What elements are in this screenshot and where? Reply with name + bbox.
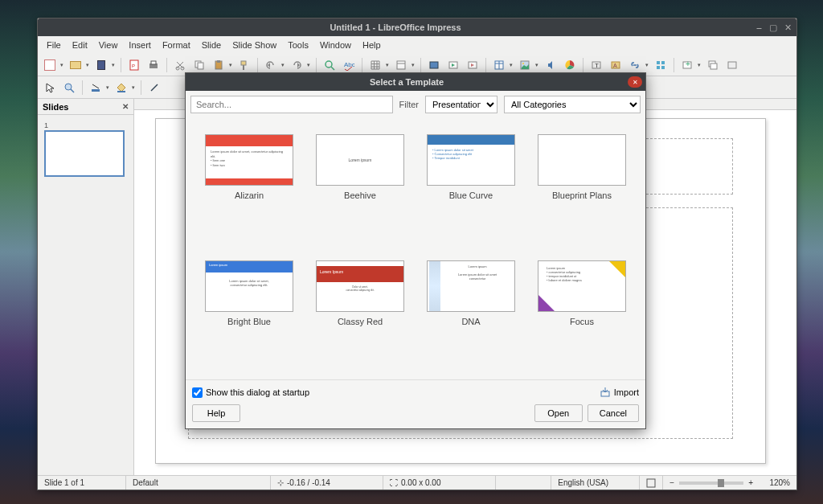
slides-panel-close-icon[interactable]: ✕ [122,102,129,111]
line-color-button[interactable] [87,79,104,96]
template-dna[interactable]: Lorem ipsumLorem ipsum dolor sit ametcon… [417,260,525,364]
spellcheck-button[interactable]: Abc [340,56,358,74]
delete-slide-button[interactable] [723,56,741,74]
duplicate-slide-button[interactable] [704,56,722,74]
help-button[interactable]: Help [192,404,240,422]
template-name: Blue Curve [449,191,493,200]
template-blueprint-plans[interactable]: Lorem IpsumDolor sit amet consectetur ad… [528,134,636,238]
insert-table-button[interactable] [490,56,508,74]
template-name: Bright Blue [227,317,271,326]
insert-textbox-button[interactable]: T [588,56,605,74]
display-views-button[interactable] [392,56,410,74]
template-preview: • Lorem ipsum dolor sit amet• Consectetu… [427,134,515,186]
close-button[interactable]: ✕ [782,22,793,33]
template-name: Blueprint Plans [552,191,612,200]
find-button[interactable] [321,56,338,74]
insert-chart-button[interactable] [561,56,579,74]
cancel-button[interactable]: Cancel [588,404,639,422]
zoom-out-icon[interactable]: − [669,478,674,487]
zoom-tool[interactable] [60,79,78,96]
template-blue-curve[interactable]: • Lorem ipsum dolor sit amet• Consectetu… [417,134,525,238]
filter-select[interactable]: Presentations [425,96,497,113]
menubar: File Edit View Insert Format Slide Slide… [38,36,796,54]
menu-view[interactable]: View [93,38,124,52]
show-at-startup-checkbox[interactable]: Show this dialog at startup [192,387,309,398]
undo-button[interactable] [262,56,280,74]
dialog-filter-bar: Filter Presentations All Categories [186,91,645,118]
svg-text:Abc: Abc [344,61,354,68]
new-slide-button[interactable]: + [678,56,696,74]
template-preview: Lorem ipsum dolor sit amet, consectetur … [205,134,293,186]
redo-button[interactable] [288,56,305,74]
status-lang[interactable]: English (USA) [551,476,640,490]
zoom-in-icon[interactable]: + [748,478,753,487]
template-preview: Lorem ipsum• consectetur adipiscing• tem… [538,260,626,312]
template-classy-red[interactable]: Lorem IpsumDolor sit amet,consectetur ad… [306,260,414,364]
paste-button[interactable] [210,56,227,74]
save-button[interactable] [92,56,110,74]
zoom-slider[interactable] [679,481,743,485]
print-button[interactable] [145,56,162,74]
insert-hyperlink-button[interactable] [626,56,644,74]
start-first-button[interactable] [444,56,462,74]
dialog-close-icon[interactable]: ✕ [628,76,642,88]
display-grid-button[interactable] [366,56,384,74]
zoom-control[interactable]: − + [663,476,760,490]
template-focus[interactable]: Lorem ipsum• consectetur adipiscing• tem… [528,260,636,364]
insert-image-button[interactable] [516,56,534,74]
select-tool[interactable] [41,79,59,96]
template-alizarin[interactable]: Lorem ipsum dolor sit amet, consectetur … [195,134,303,238]
open-button[interactable]: Open [534,404,583,422]
master-slide-button[interactable] [425,56,443,74]
category-select[interactable]: All Categories [504,96,641,113]
menu-edit[interactable]: Edit [67,38,93,52]
export-pdf-button[interactable]: P [125,56,143,74]
template-preview: Lorem IpsumDolor sit amet consectetur ad… [538,134,626,186]
svg-text:+: + [686,59,690,68]
menu-slide-show[interactable]: Slide Show [227,38,282,52]
svg-rect-29 [657,61,660,64]
svg-rect-7 [198,63,203,69]
dialog-titlebar: Select a Template ✕ [186,73,645,91]
svg-rect-40 [92,89,100,92]
show-at-startup-input[interactable] [192,387,203,398]
fill-color-button[interactable] [113,79,130,96]
template-preview: Lorem ipsumLorem ipsum dolor sit amet,co… [205,260,293,312]
line-tool[interactable] [145,79,163,96]
template-beehive[interactable]: Lorem ipsumBeehive [306,134,414,238]
search-input[interactable] [190,96,393,113]
fit-page-button[interactable] [640,476,663,490]
svg-text:A: A [613,63,617,68]
minimize-button[interactable]: ‒ [753,22,764,33]
svg-rect-17 [430,62,438,68]
menu-tools[interactable]: Tools [282,38,314,52]
titlebar: Untitled 1 - LibreOffice Impress ‒ ▢ ✕ [38,18,796,36]
maximize-button[interactable]: ▢ [768,22,779,33]
menu-file[interactable]: File [41,38,67,52]
svg-rect-43 [647,479,655,487]
template-bright-blue[interactable]: Lorem ipsumLorem ipsum dolor sit amet,co… [195,260,303,364]
start-current-button[interactable] [464,56,481,74]
clone-format-button[interactable] [235,56,253,74]
insert-audio-button[interactable] [542,56,559,74]
import-icon [600,387,611,398]
svg-text:T: T [595,62,599,69]
menu-insert[interactable]: Insert [123,38,157,52]
dialog-title: Select a Template [186,77,628,87]
import-button[interactable]: Import [600,387,639,398]
open-button[interactable] [67,56,84,74]
insert-fontwork-button[interactable]: A [607,56,624,74]
zoom-percent[interactable]: 120% [760,476,796,490]
menu-help[interactable]: Help [357,38,387,52]
template-name: Classy Red [338,317,383,326]
new-button[interactable] [41,56,59,74]
statusbar: Slide 1 of 1 Default ⊹-0.16 / -0.14 ⛶0.0… [38,475,796,490]
copy-button[interactable] [190,56,208,74]
slide-thumb-1[interactable]: 1 [44,121,127,177]
menu-format[interactable]: Format [157,38,196,52]
menu-window[interactable]: Window [314,38,357,52]
menu-slide[interactable]: Slide [196,38,227,52]
cut-button[interactable] [171,56,189,74]
svg-point-12 [326,61,332,68]
insert-special-button[interactable] [652,56,669,74]
